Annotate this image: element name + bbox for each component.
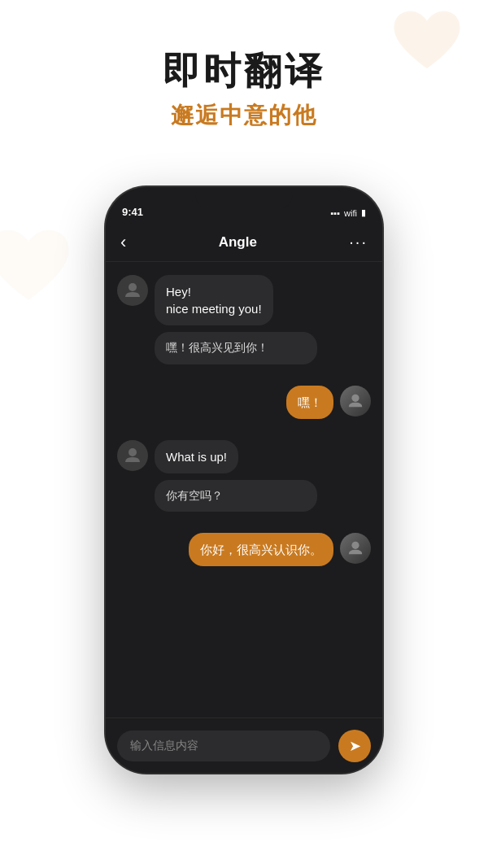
wifi-icon: wifi bbox=[344, 208, 357, 218]
message-row-4: 你好，很高兴认识你。 bbox=[117, 533, 371, 566]
silhouette-icon-2 bbox=[123, 446, 142, 465]
input-bar: 输入信息内容 ➤ bbox=[106, 718, 382, 773]
send-button[interactable]: ➤ bbox=[338, 730, 371, 762]
heart-decoration-mid bbox=[0, 228, 73, 309]
send-icon: ➤ bbox=[349, 737, 361, 755]
spacer-1 bbox=[117, 371, 371, 379]
message-bubble-2: 嘿！ bbox=[286, 386, 333, 419]
nav-bar: ‹ Angle ··· bbox=[106, 223, 382, 262]
message-bubble-3: What is up! bbox=[155, 440, 238, 473]
avatar-self-1 bbox=[340, 386, 371, 417]
svg-point-3 bbox=[351, 542, 359, 549]
battery-icon: ▮ bbox=[361, 207, 366, 218]
svg-point-1 bbox=[351, 394, 359, 401]
signal-icon: ▪▪▪ bbox=[330, 208, 340, 218]
status-time: 9:41 bbox=[122, 206, 143, 218]
phone-mockup: 9:41 ▪▪▪ wifi ▮ ‹ Angle ··· bbox=[106, 187, 382, 773]
chat-title: Angle bbox=[219, 234, 257, 251]
avatar-self-2 bbox=[340, 533, 371, 564]
message-row-1: Hey!nice meeting you! bbox=[117, 275, 371, 325]
user-photo-icon-2 bbox=[346, 539, 364, 557]
message-translation-1: 嘿！很高兴见到你！ bbox=[155, 332, 317, 364]
header-area: 即时翻译 邂逅中意的他 bbox=[0, 49, 488, 131]
silhouette-icon bbox=[123, 281, 142, 300]
svg-point-0 bbox=[129, 283, 137, 291]
message-input[interactable]: 输入信息内容 bbox=[117, 731, 330, 761]
user-photo-icon bbox=[346, 392, 364, 410]
message-bubble-4: 你好，很高兴认识你。 bbox=[189, 533, 333, 566]
message-row-2: 嘿！ bbox=[117, 386, 371, 419]
sub-title: 邂逅中意的他 bbox=[0, 100, 488, 131]
avatar-sender-2 bbox=[117, 440, 148, 471]
chat-area: Hey!nice meeting you! 嘿！很高兴见到你！ 嘿！ bbox=[106, 262, 382, 579]
spacer-3 bbox=[117, 518, 371, 526]
input-placeholder: 输入信息内容 bbox=[130, 739, 198, 752]
message-row-3: What is up! bbox=[117, 440, 371, 473]
phone-notch bbox=[195, 187, 293, 210]
main-title: 即时翻译 bbox=[0, 49, 488, 94]
back-button[interactable]: ‹ bbox=[120, 233, 126, 251]
message-translation-3: 你有空吗？ bbox=[155, 480, 317, 513]
message-bubble-1: Hey!nice meeting you! bbox=[155, 275, 273, 325]
more-button[interactable]: ··· bbox=[349, 233, 368, 251]
status-icons: ▪▪▪ wifi ▮ bbox=[330, 207, 366, 218]
spacer-2 bbox=[117, 425, 371, 434]
svg-point-2 bbox=[129, 448, 137, 456]
phone-frame: 9:41 ▪▪▪ wifi ▮ ‹ Angle ··· bbox=[106, 187, 382, 773]
avatar-sender-1 bbox=[117, 275, 148, 306]
